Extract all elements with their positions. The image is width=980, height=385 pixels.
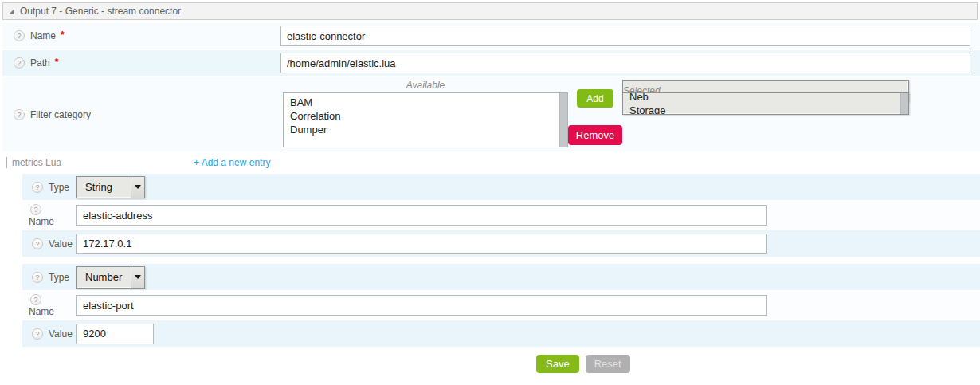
- name-label-cell: ? Name: [22, 204, 76, 227]
- select-dropdown-button[interactable]: [131, 267, 144, 288]
- stream-connector-form: Output 7 - Generic - stream connector ? …: [0, 2, 980, 373]
- field-row-filter-category: ? Filter category Available BAM Correlat…: [2, 77, 980, 151]
- metric-name-input[interactable]: [76, 295, 767, 316]
- select-dropdown-button[interactable]: [131, 177, 144, 198]
- metrics-section-header: metrics Lua + Add a new entry: [6, 157, 980, 171]
- form-actions: Save Reset: [536, 355, 980, 373]
- metric-value-row: ? Value: [22, 230, 980, 257]
- help-icon[interactable]: ?: [30, 204, 41, 215]
- metric-type-row: ? Type String: [22, 174, 980, 200]
- name-label: Name: [30, 30, 56, 41]
- type-select-value: String: [77, 181, 131, 193]
- selected-items: Neb Storage: [623, 92, 682, 115]
- name-label: Name: [29, 216, 54, 227]
- metrics-section-title: metrics Lua: [6, 157, 61, 168]
- filter-category-label: Filter category: [30, 109, 91, 120]
- help-icon[interactable]: ?: [32, 272, 43, 283]
- list-item[interactable]: Storage: [629, 104, 666, 115]
- section-header[interactable]: Output 7 - Generic - stream connector: [2, 2, 978, 20]
- list-item[interactable]: Dumper: [290, 123, 551, 136]
- help-icon[interactable]: ?: [32, 182, 43, 193]
- add-button[interactable]: Add: [577, 89, 613, 108]
- metric-name-input[interactable]: [76, 205, 767, 226]
- field-row-path: ? Path *: [2, 50, 980, 76]
- metric-name-row: ? Name: [22, 202, 980, 229]
- list-item[interactable]: Correlation: [290, 109, 551, 123]
- reset-button[interactable]: Reset: [586, 355, 630, 373]
- path-label-cell: ? Path *: [2, 57, 280, 69]
- help-icon[interactable]: ?: [32, 238, 43, 249]
- filter-category-label-cell: ? Filter category: [2, 109, 280, 120]
- scrollbar[interactable]: [559, 93, 567, 147]
- section-title: Output 7 - Generic - stream connector: [20, 6, 181, 17]
- add-new-entry-link[interactable]: + Add a new entry: [194, 157, 270, 168]
- collapse-triangle-icon: [9, 9, 14, 14]
- type-select[interactable]: Number: [76, 266, 145, 289]
- available-list[interactable]: BAM Correlation Dumper: [283, 92, 568, 147]
- value-label: Value: [49, 328, 73, 340]
- path-label: Path: [30, 57, 50, 69]
- name-label: Name: [29, 306, 54, 317]
- required-asterisk: *: [55, 57, 59, 68]
- chevron-down-icon: [135, 185, 141, 189]
- name-label-cell: ? Name *: [2, 30, 280, 41]
- name-label-cell: ? Name: [22, 294, 76, 317]
- type-label: Type: [49, 272, 69, 283]
- remove-button[interactable]: Remove: [568, 125, 622, 145]
- name-input[interactable]: [280, 26, 970, 46]
- help-icon[interactable]: ?: [14, 30, 25, 41]
- value-label-cell: ? Value: [22, 238, 76, 249]
- value-label: Value: [49, 238, 73, 249]
- metric-value-input[interactable]: [76, 234, 767, 254]
- metric-name-row: ? Name: [22, 292, 980, 319]
- value-label-cell: ? Value: [22, 328, 76, 340]
- type-select[interactable]: String: [76, 176, 145, 198]
- metric-value-input[interactable]: [76, 324, 154, 344]
- required-asterisk: *: [61, 29, 65, 41]
- type-label-cell: ? Type: [22, 272, 76, 283]
- field-row-name: ? Name *: [2, 23, 980, 49]
- help-icon[interactable]: ?: [14, 109, 25, 120]
- metric-value-row: ? Value: [22, 320, 980, 347]
- help-icon[interactable]: ?: [30, 294, 41, 305]
- list-item[interactable]: BAM: [290, 96, 551, 109]
- scrollbar[interactable]: [900, 93, 908, 114]
- selected-list[interactable]: Neb Storage: [622, 92, 909, 115]
- help-icon[interactable]: ?: [32, 328, 43, 340]
- path-input[interactable]: [280, 53, 970, 73]
- type-select-value: Number: [77, 271, 131, 283]
- save-button[interactable]: Save: [536, 355, 579, 373]
- type-label-cell: ? Type: [22, 182, 76, 193]
- list-item[interactable]: Neb: [629, 92, 666, 104]
- available-list-label: Available: [283, 80, 568, 91]
- metric-type-row: ? Type Number: [22, 264, 980, 290]
- type-label: Type: [49, 182, 69, 193]
- chevron-down-icon: [135, 275, 141, 279]
- available-items: BAM Correlation Dumper: [284, 93, 567, 139]
- help-icon[interactable]: ?: [14, 57, 25, 69]
